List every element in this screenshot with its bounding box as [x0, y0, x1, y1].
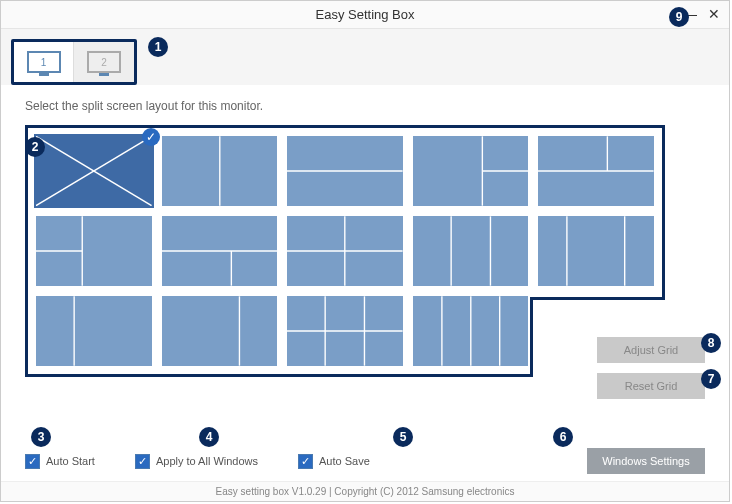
windows-settings-button[interactable]: Windows Settings	[587, 448, 705, 474]
callout-1: 1	[148, 37, 168, 57]
layout-option-4col[interactable]	[413, 296, 529, 366]
layout-option-3col-narrow[interactable]	[538, 216, 654, 286]
layout-option-left-split[interactable]	[36, 216, 152, 286]
auto-save-label: Auto Save	[319, 455, 370, 467]
monitor-icon: 2	[87, 51, 121, 73]
adjust-grid-button[interactable]: Adjust Grid	[597, 337, 705, 363]
callout-6: 6	[553, 427, 573, 447]
monitor-tab-1[interactable]: 1	[14, 42, 74, 82]
monitor-icon: 1	[27, 51, 61, 73]
callout-9: 9	[669, 7, 689, 27]
layout-grid: ✓	[25, 125, 665, 377]
checkbox-icon: ✓	[135, 454, 150, 469]
layout-option-6grid[interactable]	[287, 296, 403, 366]
callout-8: 8	[701, 333, 721, 353]
copyright-text: Easy setting box V1.0.29 | Copyright (C)…	[1, 481, 729, 501]
layout-option-bottom-right-split[interactable]	[162, 216, 278, 286]
content-area: Select the split screen layout for this …	[1, 85, 729, 441]
layout-option-right-split[interactable]	[413, 136, 529, 206]
instruction-text: Select the split screen layout for this …	[25, 99, 705, 113]
monitor-tabbar: 1 2	[1, 29, 729, 85]
callout-7: 7	[701, 369, 721, 389]
footer-bar: ✓ Auto Start ✓ Apply to All Windows ✓ Au…	[1, 441, 729, 481]
layout-option-top-right-split[interactable]	[538, 136, 654, 206]
layout-option-right-third[interactable]	[162, 296, 278, 366]
layout-option-3col[interactable]	[413, 216, 529, 286]
apply-all-label: Apply to All Windows	[156, 455, 258, 467]
titlebar: Easy Setting Box — ✕	[1, 1, 729, 29]
layout-option-left-third[interactable]	[36, 296, 152, 366]
layout-option-2row[interactable]	[287, 136, 403, 206]
callout-2: 2	[25, 137, 45, 157]
auto-save-checkbox[interactable]: ✓ Auto Save	[298, 454, 370, 469]
apply-all-checkbox[interactable]: ✓ Apply to All Windows	[135, 454, 258, 469]
app-window: Easy Setting Box — ✕ 1 2 Select the spli…	[0, 0, 730, 502]
checkbox-icon: ✓	[25, 454, 40, 469]
side-button-group: Adjust Grid Reset Grid	[597, 337, 705, 399]
auto-start-checkbox[interactable]: ✓ Auto Start	[25, 454, 95, 469]
monitor-tab-2[interactable]: 2	[74, 42, 134, 82]
layout-option-4grid[interactable]	[287, 216, 403, 286]
layout-option-2col[interactable]	[162, 136, 278, 206]
layout-option-1x1[interactable]: ✓	[36, 136, 152, 206]
callout-4: 4	[199, 427, 219, 447]
check-icon: ✓	[142, 128, 160, 146]
monitor-tab-group: 1 2	[11, 39, 137, 85]
window-title: Easy Setting Box	[316, 7, 415, 22]
callout-5: 5	[393, 427, 413, 447]
reset-grid-button[interactable]: Reset Grid	[597, 373, 705, 399]
checkbox-icon: ✓	[298, 454, 313, 469]
auto-start-label: Auto Start	[46, 455, 95, 467]
callout-3: 3	[31, 427, 51, 447]
close-button[interactable]: ✕	[705, 5, 723, 23]
